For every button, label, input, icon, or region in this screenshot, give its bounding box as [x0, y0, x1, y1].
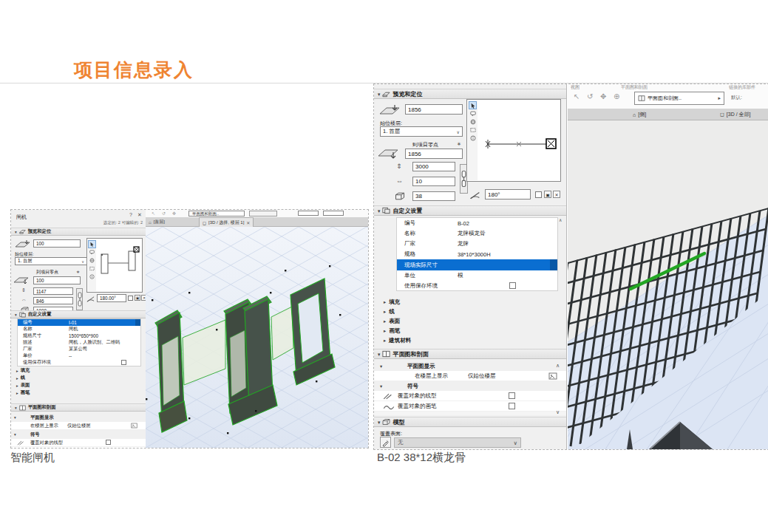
quick-options-dropdown[interactable]: 平面图和剖面..: [188, 211, 245, 216]
pan-icon[interactable]: ✥: [172, 211, 176, 216]
scroll-down-icon[interactable]: ∨: [556, 409, 560, 415]
tracker-field[interactable]: [323, 211, 344, 216]
size-width-input[interactable]: 846: [33, 297, 73, 304]
flip-y-icon[interactable]: ✕: [553, 191, 560, 198]
table-row[interactable]: 规格尺寸 1500*650*900: [18, 332, 140, 339]
close-tab-icon[interactable]: ✕: [246, 220, 250, 225]
anchor-menu-icon[interactable]: ∗: [76, 269, 80, 274]
preview-pane[interactable]: [466, 99, 561, 182]
section-custom-settings[interactable]: 自定义设置: [11, 310, 146, 318]
size-width-input[interactable]: 10: [412, 177, 455, 186]
frame-icon[interactable]: [469, 126, 476, 133]
table-row[interactable]: 使用保存环境: [397, 281, 557, 290]
globe-icon[interactable]: [89, 257, 95, 264]
collapsed-group-fill[interactable]: 填充: [374, 297, 566, 307]
close-icon[interactable]: [137, 212, 142, 218]
angle-input[interactable]: 180.00°: [97, 294, 126, 302]
3d-view-left[interactable]: [146, 227, 368, 448]
anchor-offset-input[interactable]: 100: [33, 276, 81, 284]
home-story-select[interactable]: 1. 首层: [380, 126, 463, 137]
pick-surface-button[interactable]: [380, 437, 391, 448]
scroll-up-icon[interactable]: ∧: [556, 363, 560, 368]
save-env-checkbox[interactable]: [121, 360, 126, 365]
arrow-tool-icon[interactable]: ↖: [152, 211, 155, 216]
chevron-down-icon[interactable]: [380, 363, 382, 369]
top-offset-input[interactable]: 1856: [405, 104, 463, 115]
mirror-checkbox[interactable]: [535, 191, 542, 198]
table-row[interactable]: 名称 龙牌横龙骨: [397, 228, 557, 239]
override-pen-checkbox[interactable]: [509, 403, 515, 409]
section-plan-section[interactable]: 平面图和剖面: [11, 403, 146, 412]
chevron-down-icon[interactable]: [380, 383, 382, 389]
pan-icon[interactable]: ✥: [600, 92, 606, 100]
size-depth-input[interactable]: 38: [412, 191, 455, 201]
chevron-down-icon[interactable]: [14, 415, 16, 420]
info-icon[interactable]: [89, 273, 95, 280]
table-row[interactable]: 编号 B-02: [397, 218, 557, 228]
zoom-icon[interactable]: ⊕: [614, 92, 619, 100]
comment-icon[interactable]: [89, 249, 95, 256]
flip-x-icon[interactable]: ▣: [544, 191, 551, 198]
table-row[interactable]: 厂家 某某公司: [18, 346, 140, 352]
orbit-icon[interactable]: ↺: [162, 211, 166, 216]
turnstile-middle[interactable]: [224, 296, 277, 425]
story-select-mini[interactable]: [249, 211, 277, 216]
section-plan-section[interactable]: 平面图和剖面: [374, 349, 566, 359]
collapsed-group-surface[interactable]: 表面: [374, 316, 566, 326]
override-linetype-checkbox[interactable]: [106, 440, 111, 445]
section-preview-positioning[interactable]: 预览和定位: [11, 228, 146, 236]
collapsed-group-line[interactable]: 线: [374, 307, 566, 316]
tab-home-story[interactable]: ⌂ [首层]: [149, 218, 165, 226]
orbit-icon[interactable]: ↺: [587, 92, 593, 100]
override-linetype-row[interactable]: 覆盖对象的线型: [11, 439, 146, 446]
table-row[interactable]: 单位 根: [397, 270, 557, 281]
collapsed-group-line[interactable]: 线: [11, 374, 146, 381]
story-display-row[interactable]: 在楼层上显示 仅始位楼层: [374, 371, 566, 381]
section-model[interactable]: 模型: [374, 417, 566, 427]
table-row[interactable]: 编号 I-01: [18, 319, 140, 326]
save-env-checkbox[interactable]: [509, 282, 516, 289]
section-preview-positioning[interactable]: 预览和定位: [374, 89, 566, 99]
size-height-input[interactable]: 1147: [33, 287, 73, 295]
override-linetype-checkbox[interactable]: [509, 392, 515, 399]
angle-input[interactable]: 180°: [485, 189, 531, 200]
override-pen-row[interactable]: 覆盖对象的画笔: [374, 401, 566, 411]
chevron-down-icon[interactable]: [14, 432, 16, 437]
section-custom-settings[interactable]: 自定义设置: [374, 205, 566, 216]
chain-link-button[interactable]: [76, 288, 83, 310]
collapsed-group-building-material[interactable]: 建筑材料: [374, 335, 566, 345]
tab-3d-window[interactable]: ◻ [3D / 全部]: [720, 110, 751, 119]
collapsed-group-pen[interactable]: 画笔: [374, 326, 566, 335]
override-pen-row[interactable]: 覆盖对象的画笔: [11, 447, 146, 448]
arrow-tool-icon[interactable]: ↖: [574, 92, 580, 100]
collapsed-group-pen[interactable]: 画笔: [11, 389, 146, 396]
table-row[interactable]: 描述 闸机，人脸识别、二维码: [18, 339, 140, 346]
comment-icon[interactable]: [469, 110, 476, 117]
info-icon[interactable]: [469, 134, 476, 141]
tab-3d-window[interactable]: ◻ [3D / 选择, 楼层 1] ✕: [199, 217, 254, 227]
preview-pane[interactable]: [86, 238, 143, 293]
row-edit-block[interactable]: [135, 319, 140, 326]
tracker-field[interactable]: [298, 211, 319, 216]
home-story-select[interactable]: 1. 首层: [15, 257, 87, 265]
table-row[interactable]: 使用保存环境: [18, 359, 140, 366]
quick-options-dropdown[interactable]: 平面图和剖面.. ▸: [634, 92, 724, 105]
size-height-input[interactable]: 3000: [412, 162, 455, 171]
3d-view-right[interactable]: [568, 120, 768, 449]
anchor-menu-icon[interactable]: ∗: [457, 141, 461, 147]
row-edit-block[interactable]: [550, 259, 557, 270]
collapsed-group-surface[interactable]: 表面: [11, 381, 146, 389]
table-row-selected[interactable]: 现场实际尺寸: [397, 259, 557, 270]
tab-side-view[interactable]: ⌂ [侧]: [633, 110, 646, 119]
frame-icon[interactable]: [89, 265, 95, 272]
mirror-checkbox[interactable]: [128, 296, 133, 301]
override-linetype-row[interactable]: 覆盖对象的线型: [374, 391, 566, 400]
anchor-offset-input[interactable]: 1856: [405, 149, 463, 159]
table-row[interactable]: 单价 --: [18, 352, 140, 359]
table-row[interactable]: 规格 38*10*3000H: [397, 249, 557, 259]
pointer-tool-icon[interactable]: [89, 241, 95, 248]
flip-x-icon[interactable]: ▣: [135, 295, 140, 301]
globe-icon[interactable]: [469, 118, 476, 125]
help-icon[interactable]: [129, 212, 132, 217]
collapsed-group-fill[interactable]: 填充: [11, 366, 146, 374]
